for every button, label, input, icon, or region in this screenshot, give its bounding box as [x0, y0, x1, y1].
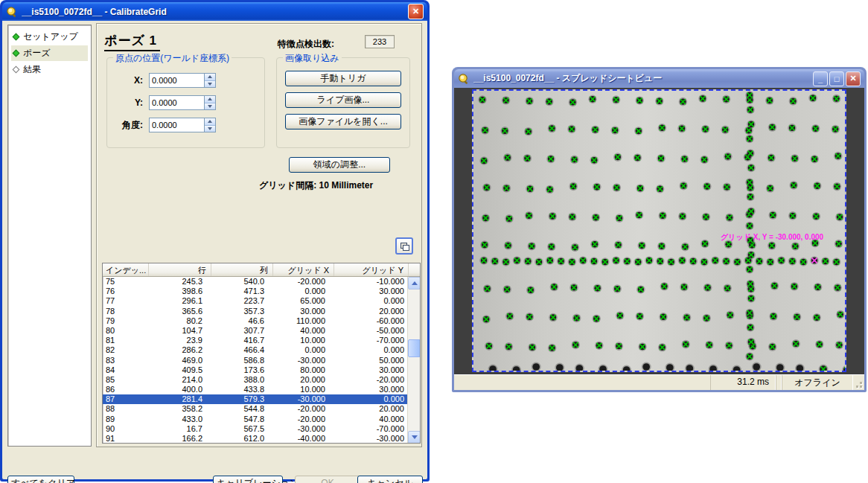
table-cell: 0.000 [334, 296, 409, 306]
table-row[interactable]: 76398.6471.30.00030.000 [103, 287, 420, 296]
grid-coordinate-label: グリッド X, Y = -30.000, 0.000 [721, 232, 823, 243]
table-cell: 567.5 [211, 424, 273, 434]
table-row[interactable]: 77296.1223.765.0000.000 [103, 296, 420, 306]
spin-up-icon[interactable] [205, 96, 215, 103]
table-row[interactable]: 82286.2466.40.0000.000 [103, 345, 420, 355]
table-cell: 586.8 [211, 356, 273, 365]
copy-table-button[interactable] [395, 237, 413, 255]
column-header[interactable]: グリッド X [273, 263, 334, 276]
table-cell: 398.6 [149, 287, 211, 296]
angle-input[interactable] [150, 118, 204, 132]
maximize-icon[interactable]: □ [829, 71, 844, 86]
table-row[interactable]: 87281.4579.3-30.0000.000 [103, 394, 420, 404]
table-cell: 83 [103, 356, 149, 365]
table-row[interactable]: 9016.7567.5-30.000-70.000 [103, 424, 420, 434]
close-icon[interactable]: ✕ [408, 4, 424, 19]
y-input[interactable] [150, 96, 204, 109]
table-cell: 65.000 [273, 296, 334, 306]
table-row[interactable]: 8123.9416.710.000-70.000 [103, 336, 420, 345]
table-row[interactable]: 83469.0586.8-30.00050.000 [103, 356, 420, 365]
table-cell: 466.4 [211, 345, 273, 355]
column-header[interactable]: 行 [149, 263, 211, 276]
table-cell: 46.6 [211, 316, 273, 326]
scroll-down-icon[interactable] [408, 431, 421, 444]
calibration-image-region[interactable]: グリッド X, Y = -30.000, 0.000 [472, 89, 846, 372]
table-cell: 245.3 [149, 277, 211, 287]
image-view[interactable]: グリッド X, Y = -30.000, 0.000 [454, 88, 864, 374]
column-header[interactable]: 列 [211, 263, 273, 276]
adjust-region-button[interactable]: 領域の調整... [289, 157, 390, 173]
sidebar-item[interactable]: セットアップ [11, 29, 88, 45]
table-row[interactable]: 80104.7307.740.000-50.000 [103, 326, 420, 336]
origin-angle-row: 角度: [116, 118, 216, 132]
scroll-thumb[interactable] [408, 339, 421, 357]
table-cell: 20.000 [273, 375, 334, 385]
table-cell: 416.7 [211, 336, 273, 345]
table-cell: 388.0 [211, 375, 273, 385]
sidebar-item[interactable]: 結果 [11, 62, 88, 77]
spreadsheet-client-area: グリッド X, Y = -30.000, 0.000 31.2 ms オフライン [454, 88, 864, 390]
minimize-icon[interactable]: _ [813, 71, 828, 86]
table-row[interactable]: 88358.2544.8-20.00020.000 [103, 404, 420, 414]
table-cell: 10.000 [273, 336, 334, 345]
table-cell: 89 [103, 415, 149, 424]
table-cell: 409.5 [149, 365, 211, 375]
table-cell: -30.000 [273, 394, 334, 404]
table-scrollbar[interactable] [407, 277, 420, 444]
table-cell: 104.7 [149, 326, 211, 336]
column-header[interactable]: インデッ... [103, 263, 149, 276]
feature-count-value: 233 [365, 35, 395, 48]
table-cell: -30.000 [334, 434, 409, 444]
table-row[interactable]: 89433.0547.8-20.00040.000 [103, 415, 420, 424]
live-image-button[interactable]: ライブ画像... [285, 92, 401, 108]
spin-down-icon[interactable] [205, 103, 215, 110]
angle-label: 角度: [116, 119, 143, 132]
table-cell: 80.2 [149, 316, 211, 326]
table-cell: 0.000 [273, 287, 334, 296]
table-cell: 80.000 [273, 365, 334, 375]
close-icon[interactable]: ✕ [846, 71, 861, 86]
clear-all-button[interactable]: すべてをクリア [7, 476, 74, 483]
resize-grip[interactable] [853, 375, 864, 390]
spin-down-icon[interactable] [205, 81, 215, 88]
cancel-button[interactable]: キャンセル [357, 476, 423, 483]
calibrate-titlebar[interactable]: __is5100_0072fd__ - CalibrateGrid ✕ [2, 2, 427, 21]
table-cell: 79 [103, 316, 149, 326]
table-row[interactable]: 84409.5173.680.00030.000 [103, 365, 420, 375]
spin-down-icon[interactable] [205, 126, 215, 132]
table-cell: 471.3 [211, 287, 273, 296]
table-cell: 16.7 [149, 424, 211, 434]
step-status-icon [13, 33, 20, 41]
y-label: Y: [116, 97, 143, 108]
y-spinbox [149, 95, 216, 110]
feature-point-table: インデッ...行列グリッド Xグリッド Y 75245.3540.0-20.00… [102, 263, 421, 444]
x-input[interactable] [150, 74, 204, 87]
manual-trigger-button[interactable]: 手動トリガ [285, 71, 401, 86]
table-row[interactable]: 86400.0433.810.00030.000 [103, 385, 420, 394]
column-header[interactable]: グリッド Y [334, 263, 409, 276]
table-cell: 85 [103, 375, 149, 385]
open-image-file-button[interactable]: 画像ファイルを開く... [285, 114, 401, 129]
table-row[interactable]: 91166.2612.0-40.000-30.000 [103, 434, 420, 444]
table-cell: 30.000 [334, 385, 409, 394]
table-cell: 76 [103, 287, 149, 296]
table-row[interactable]: 7980.246.6110.000-60.000 [103, 316, 420, 326]
table-row[interactable]: 78365.6357.330.00020.000 [103, 307, 420, 316]
spin-up-icon[interactable] [205, 74, 215, 81]
spreadsheet-titlebar[interactable]: __is5100_0072fd__ - スプレッドシートビュー _ □ ✕ [454, 69, 864, 88]
step-status-icon [13, 66, 20, 74]
spin-up-icon[interactable] [205, 118, 215, 126]
sidebar-item[interactable]: ポーズ [11, 45, 88, 61]
table-row[interactable]: 75245.3540.0-20.000-10.000 [103, 277, 420, 287]
online-mode-status: オフライン [782, 375, 853, 390]
table-body: 75245.3540.0-20.000-10.00076398.6471.30.… [103, 277, 420, 444]
table-row[interactable]: 85214.0388.020.000-20.000 [103, 375, 420, 385]
scroll-up-icon[interactable] [408, 277, 421, 290]
table-cell: 223.7 [211, 296, 273, 306]
table-cell: 544.8 [211, 404, 273, 414]
calibrate-button[interactable]: キャリブレーション [213, 476, 283, 483]
origin-groupbox: 原点の位置(ワールド座標系) X: Y: [106, 57, 265, 148]
table-cell: 91 [103, 434, 149, 444]
insight-app-icon [458, 73, 470, 85]
table-cell: 40.000 [273, 326, 334, 336]
